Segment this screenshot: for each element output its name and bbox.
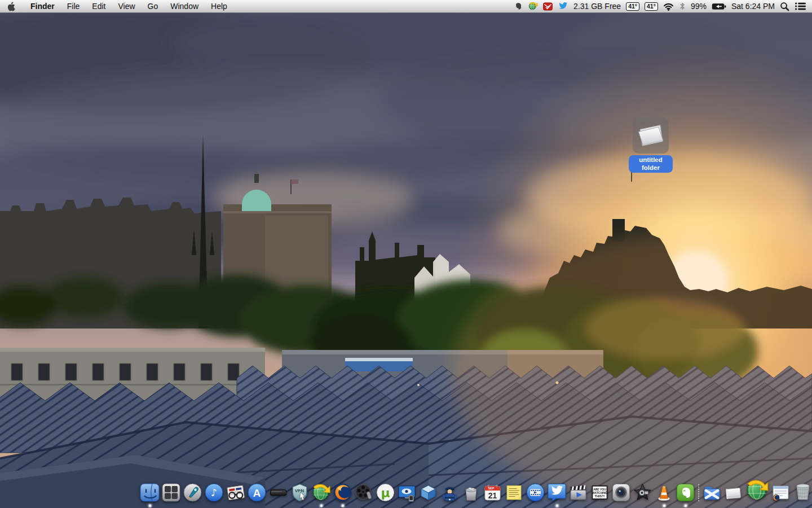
air-video-icon [396,482,417,503]
webpage-stack-icon [770,482,791,503]
finder-icon [139,482,160,503]
dock-item-utorrent[interactable]: µ [375,482,396,503]
dock-item-imovie[interactable] [632,482,653,503]
svg-text:21: 21 [488,491,497,500]
running-indicator [556,505,558,507]
dock-item-evernote[interactable] [675,482,696,503]
dock-item-finder[interactable] [139,482,160,503]
menu-help[interactable]: Help [205,0,233,12]
dock-item-jdownloader-stack[interactable] [744,478,770,503]
scotland-folder-icon [701,482,722,503]
clapperboard-icon [568,482,589,503]
dock-item-stickies[interactable] [504,482,524,503]
apple-icon [8,2,16,11]
dock: ♪ A VPN [139,478,812,503]
twitter-icon [546,482,567,503]
dock-item-firefox[interactable] [332,482,353,503]
evernote-icon [675,482,696,503]
dock-item-scotland-folder[interactable] [701,482,722,503]
video-player-icon [525,482,546,503]
dock-item-virtualbox[interactable] [418,482,439,503]
selection-highlight [633,117,669,154]
temp-badge-right[interactable]: 41° [645,2,658,11]
running-indicator [320,505,323,507]
dock-item-video-player-app[interactable] [525,482,546,503]
desktop-wallpaper[interactable] [0,12,812,508]
dock-item-app-store[interactable]: A [246,482,267,503]
app-store-icon: A [246,482,267,503]
itunes-icon: ♪ [204,482,224,503]
imovie-star-icon [632,482,653,503]
running-indicator [663,505,665,507]
white-folder-icon [635,120,667,151]
dock-item-vpn-app[interactable]: VPN [289,482,310,503]
dock-item-white-folder[interactable] [723,482,744,503]
svg-text:SEP: SEP [488,487,495,490]
menu-bar-left: Finder File Edit View Go Window Help [0,0,233,12]
jdownloader-stack-icon [744,478,770,503]
svg-text:ARE YOU: ARE YOU [593,488,606,491]
desktop-icon-label[interactable]: untitled folder [629,155,673,173]
jdownloader-icon [311,482,332,503]
dock-item-news-reader[interactable] [225,482,246,503]
gmail-menu-icon[interactable] [543,0,553,12]
dock-item-webpage-stack[interactable] [770,482,791,503]
menu-go[interactable]: Go [142,0,165,12]
dock-item-camera-lens-app[interactable] [611,482,632,503]
camera-lens-icon [611,482,632,503]
dock-item-police-app[interactable] [439,482,460,503]
bluetooth-icon[interactable] [679,0,686,12]
temp-badge-left[interactable]: 41° [626,2,639,11]
film-reel-icon [354,482,374,503]
battery-icon[interactable] [712,0,726,12]
white-folder-stack-icon [723,482,744,503]
dock-item-air-video[interactable] [396,482,417,503]
svg-text:♪: ♪ [211,487,218,498]
vlc-cone-icon [654,482,674,503]
utorrent-icon: µ [375,482,396,503]
ical-icon: SEP 21 [482,482,503,503]
dock-item-are-you-watching-this[interactable]: ARE YOU WATCHING THIS?! [589,482,610,503]
dock-item-ical[interactable]: SEP 21 [482,482,503,503]
dock-item-rocket-app[interactable] [182,482,203,503]
dock-item-trash[interactable] [792,480,812,503]
dock-separator [696,483,701,503]
dock-item-window-grid-app[interactable] [161,482,182,503]
apple-menu[interactable] [0,0,23,12]
menu-bar-status: 2.31 GB Free 41° 41° 99% Sat 6:24 PM [514,0,812,12]
wifi-icon[interactable] [663,0,674,12]
svg-text:VPN: VPN [295,488,304,493]
cooking-pot-icon [461,482,482,503]
desktop-icon-untitled-folder[interactable]: untitled folder [628,117,673,173]
evernote-menu-icon[interactable] [514,0,523,12]
istat-list-icon[interactable] [795,0,806,12]
spotlight-icon[interactable] [780,0,789,12]
running-indicator [149,505,151,507]
dock-item-clapperboard-app[interactable] [568,482,589,503]
menu-clock[interactable]: Sat 6:24 PM [731,0,775,12]
trash-icon [792,480,812,503]
battery-percent[interactable]: 99% [691,0,707,12]
stickies-icon [504,482,524,503]
dock-item-itunes[interactable]: ♪ [204,482,224,503]
firefox-icon [332,482,353,503]
police-figure-icon [439,482,460,503]
dock-item-film-reel-recorder-app[interactable] [354,482,374,503]
menu-edit[interactable]: Edit [86,0,112,12]
jdownloader-menu-icon[interactable] [528,0,538,12]
dock-item-jdownloader[interactable] [311,482,332,503]
dock-item-twitter[interactable] [546,482,567,503]
running-indicator [342,505,344,507]
dock-item-cooking-pot-app[interactable] [461,482,482,503]
menu-finder[interactable]: Finder [24,0,61,12]
twitter-menu-icon[interactable] [558,0,568,12]
dock-item-ps3-media-server[interactable] [268,482,289,503]
svg-text:µ: µ [381,486,390,500]
menu-view[interactable]: View [112,0,141,12]
svg-text:A: A [253,487,261,499]
menu-file[interactable]: File [61,0,86,12]
free-space-text[interactable]: 2.31 GB Free [573,0,621,12]
virtualbox-icon [418,482,439,503]
menu-window[interactable]: Window [164,0,205,12]
dock-item-vlc[interactable] [654,482,674,503]
